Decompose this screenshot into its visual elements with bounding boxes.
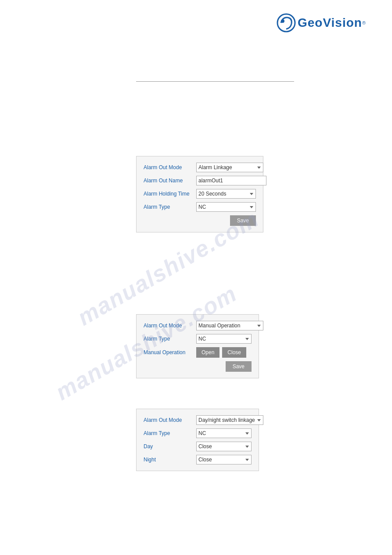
alarm-out-mode-label-2: Alarm Out Mode	[144, 323, 196, 329]
top-divider	[136, 81, 294, 82]
save-button-1[interactable]: Save	[230, 215, 256, 226]
alarm-out-name-input[interactable]	[196, 176, 266, 185]
alarm-out-name-label: Alarm Out Name	[144, 178, 196, 184]
manual-operation-buttons: Open Close	[196, 347, 249, 358]
manual-operation-row: Manual Operation Open Close	[144, 347, 252, 358]
night-label: Night	[144, 457, 196, 463]
alarm-holding-time-row: Alarm Holding Time 5 Seconds 10 Seconds …	[144, 189, 256, 199]
alarm-out-mode-label-3: Alarm Out Mode	[144, 417, 196, 423]
alarm-type-select[interactable]: NC NO	[196, 202, 256, 212]
save-row-2: Save	[144, 361, 252, 372]
logo-area: GeoVision®	[277, 13, 366, 33]
alarm-out-mode-label: Alarm Out Mode	[144, 164, 196, 170]
day-row: Day Open Close	[144, 442, 252, 451]
save-button-2[interactable]: Save	[226, 361, 252, 372]
alarm-holding-time-label: Alarm Holding Time	[144, 191, 196, 197]
alarm-out-mode-select-2[interactable]: Alarm Linkage Manual Operation Day/night…	[196, 321, 263, 330]
alarm-out-mode-select[interactable]: Alarm Linkage Manual Operation Day/night…	[196, 163, 263, 172]
close-button[interactable]: Close	[222, 347, 246, 358]
alarm-type-select-3[interactable]: NC NO	[196, 428, 252, 438]
alarm-holding-time-select[interactable]: 5 Seconds 10 Seconds 20 Seconds 30 Secon…	[196, 189, 256, 199]
night-select[interactable]: Open Close	[196, 455, 252, 464]
logo-text: GeoVision®	[298, 16, 366, 30]
alarm-out-mode-row-2: Alarm Out Mode Alarm Linkage Manual Oper…	[144, 321, 252, 330]
day-label: Day	[144, 443, 196, 450]
alarm-out-mode-row: Alarm Out Mode Alarm Linkage Manual Oper…	[144, 163, 256, 172]
manual-operation-panel: Alarm Out Mode Alarm Linkage Manual Oper…	[136, 314, 259, 378]
open-button[interactable]: Open	[196, 347, 219, 358]
geovision-logo-icon	[277, 13, 296, 33]
alarm-type-row: Alarm Type NC NO	[144, 202, 256, 212]
day-select[interactable]: Open Close	[196, 442, 252, 451]
alarm-type-label: Alarm Type	[144, 204, 196, 210]
alarm-type-select-2[interactable]: NC NO	[196, 334, 252, 344]
alarm-out-name-row: Alarm Out Name	[144, 176, 256, 185]
alarm-type-label-3: Alarm Type	[144, 430, 196, 436]
alarm-type-row-3: Alarm Type NC NO	[144, 428, 252, 438]
alarm-out-mode-select-3[interactable]: Alarm Linkage Manual Operation Day/night…	[196, 415, 263, 425]
alarm-out-mode-row-3: Alarm Out Mode Alarm Linkage Manual Oper…	[144, 415, 252, 425]
night-row: Night Open Close	[144, 455, 252, 464]
manual-operation-label: Manual Operation	[144, 349, 196, 355]
alarm-linkage-panel: Alarm Out Mode Alarm Linkage Manual Oper…	[136, 156, 263, 232]
save-row-1: Save	[144, 215, 256, 226]
alarm-type-label-2: Alarm Type	[144, 336, 196, 342]
day-night-switch-panel: Alarm Out Mode Alarm Linkage Manual Oper…	[136, 409, 259, 471]
svg-point-1	[281, 19, 284, 23]
alarm-type-row-2: Alarm Type NC NO	[144, 334, 252, 344]
